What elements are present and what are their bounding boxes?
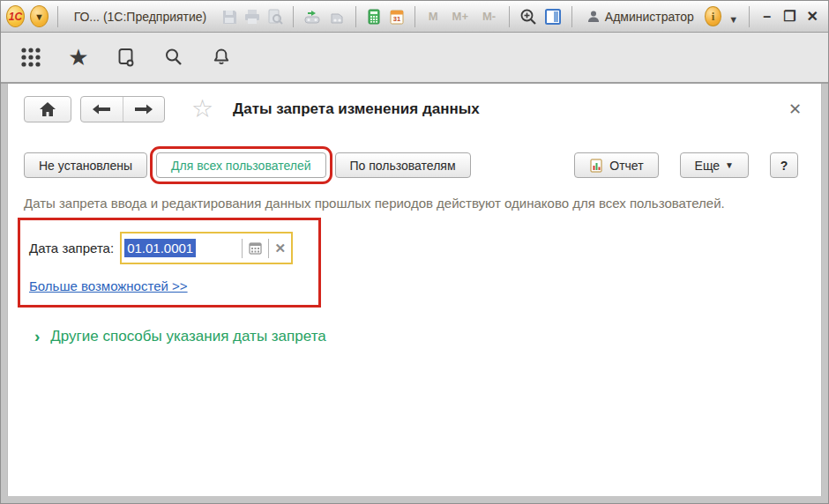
search-icon[interactable] <box>161 45 186 70</box>
home-icon <box>39 101 56 117</box>
split-panel-icon[interactable] <box>543 6 563 27</box>
sections-grid-icon[interactable] <box>19 45 43 70</box>
tab-bar: Не установлены Для всех пользователей По… <box>24 152 810 178</box>
description-text: Даты запрета ввода и редактирования данн… <box>24 195 793 211</box>
print-preview-icon[interactable] <box>266 6 284 27</box>
load-file-icon[interactable] <box>302 6 322 27</box>
more-options-link[interactable]: Больше возможностей >> <box>29 278 188 293</box>
app-window: 1С ▼ ГО... (1С:Предприятие) 31 M M+ M- <box>0 0 829 504</box>
minimize-button[interactable]: – <box>758 9 776 25</box>
arrow-left-icon <box>92 103 111 115</box>
report-button[interactable]: Отчет <box>574 152 658 178</box>
divider <box>509 6 510 27</box>
chevron-down-icon: ▼ <box>725 160 734 170</box>
svg-text:31: 31 <box>393 15 400 23</box>
date-field-label: Дата запрета: <box>29 241 114 256</box>
disclosure-other-ways[interactable]: › Другие способы указания даты запрета <box>34 327 810 346</box>
arrow-right-icon <box>134 103 153 115</box>
zoom-in-icon[interactable] <box>519 6 538 27</box>
history-nav-buttons <box>80 96 165 122</box>
divider <box>355 6 356 27</box>
divider <box>57 6 58 27</box>
help-button[interactable]: ? <box>770 152 798 178</box>
action-buttons: Отчет Еще ▼ ? <box>574 152 798 178</box>
report-chart-icon <box>589 159 603 173</box>
titlebar: 1С ▼ ГО... (1С:Предприятие) 31 M M+ M- <box>1 1 828 33</box>
divider <box>749 6 750 27</box>
close-button[interactable]: ✕ <box>803 8 821 25</box>
date-input-value[interactable]: 01.01.0001 <box>124 239 196 257</box>
user-icon <box>586 10 601 24</box>
window-title: ГО... (1С:Предприятие) <box>74 10 207 24</box>
divider <box>293 6 294 27</box>
forward-button[interactable] <box>123 97 165 122</box>
main-menu-button[interactable]: ▼ <box>30 5 49 27</box>
panel-toolbar: ★ <box>1 33 828 84</box>
divider <box>242 239 243 258</box>
user-menu[interactable]: Администратор <box>586 10 694 24</box>
save-icon[interactable] <box>220 6 238 27</box>
date-input[interactable]: 01.01.0001 ✕ <box>120 232 293 264</box>
more-button[interactable]: Еще ▼ <box>680 152 749 178</box>
divider <box>571 6 572 27</box>
form-content: ☆ Даты запрета изменения данных ✕ Не уст… <box>7 84 822 496</box>
print-icon[interactable] <box>243 6 261 27</box>
maximize-button[interactable]: ❐ <box>781 8 799 25</box>
memory-m-button[interactable]: M <box>424 10 443 23</box>
divider <box>414 6 415 27</box>
tab-by-users[interactable]: По пользователям <box>335 152 471 178</box>
calendar-icon[interactable]: 31 <box>388 6 406 27</box>
back-button[interactable] <box>81 97 123 122</box>
tab-not-set[interactable]: Не установлены <box>24 152 147 178</box>
close-form-icon[interactable]: ✕ <box>788 100 802 119</box>
favorite-star-icon[interactable]: ☆ <box>191 97 213 122</box>
history-icon[interactable] <box>114 45 138 70</box>
info-button[interactable]: i <box>705 6 721 26</box>
chevron-right-icon: › <box>34 327 40 346</box>
home-button[interactable] <box>24 96 71 122</box>
save-file-icon[interactable] <box>327 6 347 27</box>
chevron-down-icon[interactable]: ▼ <box>728 14 738 25</box>
user-name: Администратор <box>605 10 694 24</box>
clear-date-icon[interactable]: ✕ <box>275 241 287 256</box>
calendar-picker-icon[interactable] <box>249 241 262 255</box>
tab-for-all-users[interactable]: Для всех пользователей <box>156 152 325 178</box>
date-field-row: Дата запрета: 01.01.0001 ✕ <box>29 232 310 264</box>
more-button-label: Еще <box>695 159 721 173</box>
notifications-bell-icon[interactable] <box>209 45 234 70</box>
1c-logo-icon: 1С <box>6 5 25 27</box>
memory-m-minus-button[interactable]: M- <box>478 10 500 23</box>
favorites-icon[interactable]: ★ <box>66 45 91 70</box>
form-header: ☆ Даты запрета изменения данных ✕ <box>24 96 810 122</box>
page-title: Даты запрета изменения данных <box>233 100 480 118</box>
divider <box>268 239 269 258</box>
report-button-label: Отчет <box>609 159 643 173</box>
memory-m-plus-button[interactable]: M+ <box>448 10 473 23</box>
disclosure-label: Другие способы указания даты запрета <box>50 328 325 345</box>
calculator-icon[interactable] <box>365 6 383 27</box>
annotation-red-box: Дата запрета: 01.01.0001 ✕ Больше возмож… <box>18 218 321 308</box>
